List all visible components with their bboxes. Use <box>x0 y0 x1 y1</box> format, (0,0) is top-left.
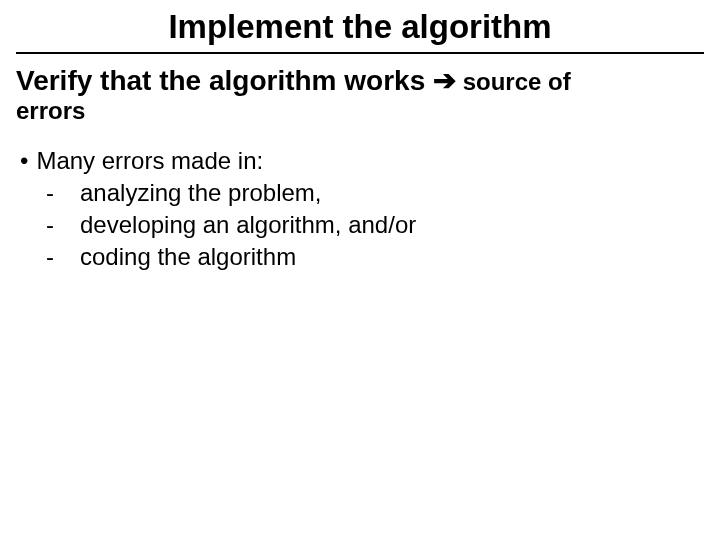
slide-title: Implement the algorithm <box>16 8 704 54</box>
dash-text: developing an algorithm, and/or <box>80 210 416 240</box>
list-item: - developing an algorithm, and/or <box>46 210 704 240</box>
dash-icon: - <box>46 178 80 208</box>
arrow-icon: ➔ <box>433 65 456 96</box>
subtitle-trail1: source of <box>456 68 571 95</box>
list-item: - coding the algorithm <box>46 242 704 272</box>
subtitle-lead: Verify that the algorithm works <box>16 65 433 96</box>
slide-body: • Many errors made in: - analyzing the p… <box>16 146 704 272</box>
bullet-text: Many errors made in: <box>36 146 263 176</box>
dash-icon: - <box>46 210 80 240</box>
slide-subtitle: Verify that the algorithm works ➔ source… <box>16 64 704 98</box>
bullet-icon: • <box>20 146 28 176</box>
list-item: • Many errors made in: <box>20 146 704 176</box>
slide: Implement the algorithm Verify that the … <box>0 0 720 540</box>
list-item: - analyzing the problem, <box>46 178 704 208</box>
dash-text: coding the algorithm <box>80 242 296 272</box>
dash-icon: - <box>46 242 80 272</box>
subtitle-line2: errors <box>16 98 704 124</box>
dash-text: analyzing the problem, <box>80 178 321 208</box>
